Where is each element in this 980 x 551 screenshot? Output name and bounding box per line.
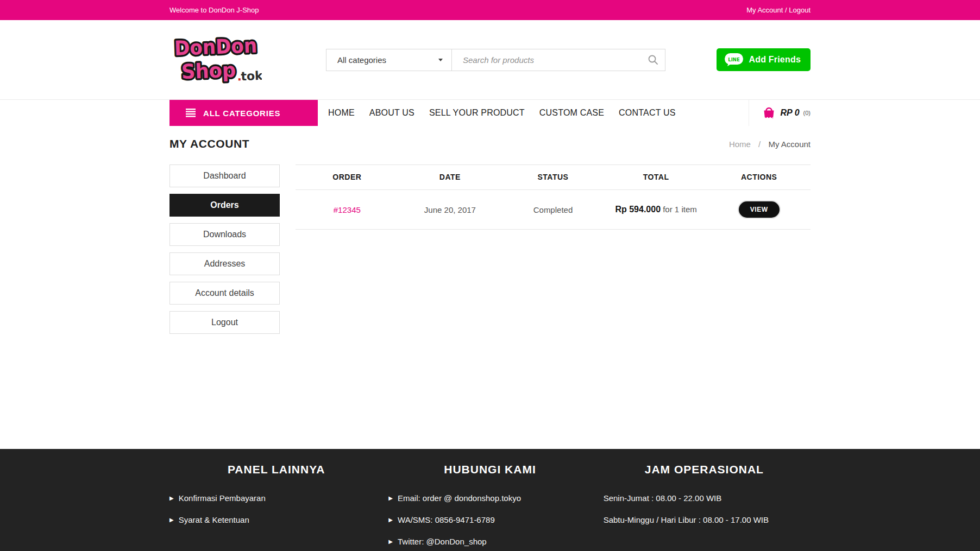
cart-amount: RP 0 [781, 108, 800, 118]
table-row: #12345 June 20, 2017 Completed Rp 594.00… [296, 190, 811, 230]
footer-link-konfirmasi-pembayaran[interactable]: ▶ Konfirmasi Pembayaran [169, 493, 383, 503]
footer-contact-label: Twitter: @DonDon_shop [398, 537, 487, 546]
line-button-label: Add Friends [749, 55, 801, 65]
chevron-down-icon [438, 59, 443, 61]
nav-link-about-us[interactable]: ABOUT US [369, 108, 414, 118]
logo-tld: tokyo [241, 68, 262, 83]
category-select-value: All categories [337, 55, 438, 65]
search-submit-button[interactable] [641, 49, 665, 71]
search-icon [648, 54, 658, 65]
footer-contact-label: Email: order @ dondonshop.tokyo [398, 493, 521, 503]
footer-hours-label: Senin-Jumat : 08.00 - 22.00 WIB [604, 493, 722, 503]
all-categories-button[interactable]: ALL CATEGORIES [169, 100, 318, 126]
account-logout-links[interactable]: My Account / Logout [746, 6, 811, 14]
col-header-total: TOTAL [605, 165, 708, 190]
footer-hours-weekend: Sabtu-Minggu / Hari Libur : 08.00 - 17.0… [604, 515, 811, 524]
footer-contact-twitter[interactable]: ▶ Twitter: @DonDon_shop [388, 537, 596, 546]
sidebar-item-logout[interactable]: Logout [169, 311, 280, 334]
footer-hours-weekday: Senin-Jumat : 08.00 - 22.00 WIB [604, 493, 811, 503]
logo-line2: Shop [181, 59, 236, 84]
product-search-bar: All categories [326, 49, 665, 71]
hamburger-icon [186, 109, 196, 117]
arrow-right-icon: ▶ [169, 517, 174, 523]
arrow-right-icon: ▶ [388, 539, 393, 544]
footer-column-hubungi-kami: HUBUNGI KAMI ▶ Email: order @ dondonshop… [383, 458, 596, 551]
welcome-text: Welcome to DonDon J-Shop [169, 6, 259, 14]
sidebar-item-dashboard[interactable]: Dashboard [169, 164, 280, 187]
footer-heading: JAM OPERASIONAL [598, 463, 811, 476]
top-bar: Welcome to DonDon J-Shop My Account / Lo… [0, 0, 980, 20]
nav-link-home[interactable]: HOME [328, 108, 355, 118]
logo-line1: DonDon [174, 34, 257, 60]
nav-link-sell-your-product[interactable]: SELL YOUR PRODUCT [429, 108, 525, 118]
nav-link-contact-us[interactable]: CONTACT US [619, 108, 676, 118]
cart-count: (0) [803, 110, 811, 116]
arrow-right-icon: ▶ [388, 495, 393, 501]
breadcrumb-current: My Account [768, 140, 811, 149]
footer-link-label: Konfirmasi Pembayaran [179, 493, 266, 503]
footer-link-label: Syarat & Ketentuan [179, 515, 249, 524]
line-icon: LINE [724, 53, 744, 67]
sidebar-item-downloads[interactable]: Downloads [169, 223, 280, 246]
col-header-actions: ACTIONS [707, 165, 811, 190]
col-header-order: ORDER [296, 165, 399, 190]
sidebar-item-addresses[interactable]: Addresses [169, 252, 280, 275]
arrow-right-icon: ▶ [388, 517, 393, 523]
footer-heading: HUBUNGI KAMI [383, 463, 596, 476]
breadcrumb-home[interactable]: Home [729, 140, 751, 149]
footer-column-panel-lainnya: PANEL LAINNYA ▶ Konfirmasi Pembayaran ▶ … [169, 458, 383, 551]
cart-widget[interactable]: RP 0 (0) [749, 100, 811, 126]
breadcrumb-separator: / [758, 140, 761, 149]
nav-link-custom-case[interactable]: CUSTOM CASE [539, 108, 604, 118]
breadcrumb: Home / My Account [729, 140, 811, 149]
site-header: DonDon Shop . tokyo All categories [0, 20, 980, 99]
dondon-logo-image: DonDon Shop . tokyo [169, 30, 262, 87]
order-total-amount: Rp 594.000 [615, 205, 661, 214]
line-icon-text: LINE [728, 57, 740, 62]
site-footer: PANEL LAINNYA ▶ Konfirmasi Pembayaran ▶ … [0, 449, 980, 551]
search-input[interactable] [452, 49, 641, 71]
orders-panel: ORDER DATE STATUS TOTAL ACTIONS #12345 J… [296, 164, 811, 340]
footer-link-syarat-ketentuan[interactable]: ▶ Syarat & Ketentuan [169, 515, 383, 524]
order-total-suffix: for 1 item [661, 205, 697, 214]
footer-contact-label: WA/SMS: 0856-9471-6789 [398, 515, 495, 524]
main-nav: ALL CATEGORIES HOME ABOUT US SELL YOUR P… [0, 99, 980, 125]
page-title: MY ACCOUNT [169, 137, 249, 150]
col-header-status: STATUS [501, 165, 605, 190]
sidebar-item-account-details[interactable]: Account details [169, 282, 280, 305]
footer-column-jam-operasional: JAM OPERASIONAL Senin-Jumat : 08.00 - 22… [597, 458, 811, 551]
shop-logo[interactable]: DonDon Shop . tokyo [169, 30, 262, 90]
footer-hours-label: Sabtu-Minggu / Hari Libur : 08.00 - 17.0… [604, 515, 769, 524]
page-body: MY ACCOUNT Home / My Account Dashboard O… [0, 125, 980, 449]
orders-table: ORDER DATE STATUS TOTAL ACTIONS #12345 J… [296, 164, 811, 230]
category-select[interactable]: All categories [326, 49, 451, 71]
all-categories-label: ALL CATEGORIES [203, 109, 280, 118]
order-date: June 20, 2017 [399, 190, 502, 230]
line-add-friends-button[interactable]: LINE Add Friends [717, 48, 811, 71]
order-status: Completed [501, 190, 605, 230]
cart-bag-icon [762, 106, 776, 120]
account-sidebar: Dashboard Orders Downloads Addresses Acc… [169, 164, 280, 340]
view-order-button[interactable]: VIEW [738, 200, 781, 219]
nav-links: HOME ABOUT US SELL YOUR PRODUCT CUSTOM C… [328, 108, 676, 118]
footer-heading: PANEL LAINNYA [169, 463, 383, 476]
arrow-right-icon: ▶ [169, 495, 174, 501]
footer-contact-email[interactable]: ▶ Email: order @ dondonshop.tokyo [388, 493, 596, 503]
sidebar-item-orders[interactable]: Orders [169, 194, 280, 217]
order-number-link[interactable]: #12345 [334, 205, 361, 214]
footer-contact-wa-sms[interactable]: ▶ WA/SMS: 0856-9471-6789 [388, 515, 596, 524]
col-header-date: DATE [399, 165, 502, 190]
